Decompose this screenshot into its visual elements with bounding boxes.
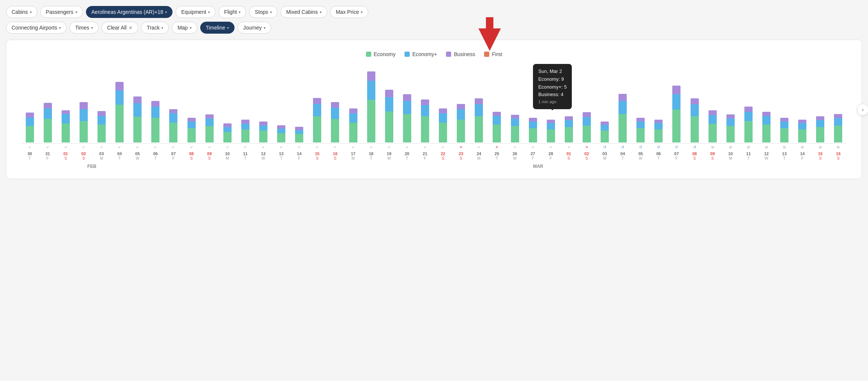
- business-segment: [601, 122, 609, 125]
- bar-col[interactable]: [129, 96, 146, 142]
- economy-segment: [709, 124, 717, 142]
- track-chevron-icon: ▾: [161, 26, 163, 30]
- economyp-segment: [403, 101, 411, 114]
- bar-col[interactable]: [165, 109, 182, 142]
- icon-col: ✓: [111, 145, 128, 149]
- bar-col[interactable]: [668, 86, 685, 142]
- bar-col[interactable]: [111, 82, 128, 142]
- date-icon: ✕: [495, 145, 498, 149]
- btn-equipment[interactable]: Equipment▾: [176, 6, 216, 18]
- bar-col[interactable]: [812, 116, 829, 142]
- bar-col[interactable]: [542, 120, 559, 142]
- bar-col[interactable]: [416, 99, 433, 142]
- btn-flight[interactable]: Flight▾: [218, 6, 246, 18]
- bar-col[interactable]: [363, 71, 379, 142]
- icons-row: ✓✓✓✓✓✓✓✓✓✓✓✓✓✓✓✓✓✓✓✓✓✓✓✓✕✓✕✓✓✓✓✕↺↺↺↺↺↺⊖⊖…: [21, 145, 847, 149]
- date-day: W: [261, 156, 265, 161]
- bar-col[interactable]: [93, 111, 110, 142]
- bar-col[interactable]: [399, 94, 415, 142]
- bar-col[interactable]: [273, 125, 290, 142]
- date-number: 13: [782, 151, 787, 156]
- business-segment: [780, 118, 788, 122]
- icon-col: ✓: [21, 145, 38, 149]
- date-col: 07F: [165, 151, 182, 161]
- btn-passengers[interactable]: Passengers▾: [40, 6, 83, 18]
- bar-col[interactable]: [309, 98, 326, 142]
- bar-col[interactable]: [345, 108, 362, 142]
- business-segment: [636, 118, 645, 122]
- bar-col[interactable]: [722, 114, 739, 142]
- date-day: F: [801, 156, 803, 161]
- bar-col[interactable]: [147, 101, 164, 142]
- bar-col[interactable]: [39, 103, 56, 142]
- bar-col[interactable]: [183, 118, 200, 142]
- bar-col[interactable]: [776, 118, 793, 142]
- bar-col[interactable]: [758, 112, 775, 142]
- bar-col[interactable]: [291, 127, 308, 142]
- business-segment: [691, 98, 699, 104]
- bar-col[interactable]: [255, 122, 272, 142]
- bar-col[interactable]: [237, 119, 254, 142]
- economyp-segment: [583, 117, 591, 126]
- bar-col[interactable]: [704, 110, 721, 142]
- bar-col[interactable]: [830, 114, 847, 142]
- icon-col: ↺: [632, 145, 649, 149]
- bar-col[interactable]: [614, 94, 631, 142]
- bar-col[interactable]: [471, 98, 487, 142]
- icon-col: ✓: [435, 145, 452, 149]
- icon-col: ✓: [309, 145, 326, 149]
- bar-col[interactable]: [794, 120, 811, 142]
- business-segment: [457, 104, 465, 109]
- economyp-segment: [636, 122, 645, 128]
- btn-track[interactable]: Track▾: [141, 22, 169, 34]
- btn-clear-all[interactable]: Clear All✕: [102, 22, 138, 34]
- btn-max-price[interactable]: Max Price▾: [330, 6, 368, 18]
- bar-col[interactable]: [327, 102, 344, 142]
- date-col: 15S: [309, 151, 326, 161]
- btn-connecting-airports[interactable]: Connecting Airports▾: [6, 22, 66, 34]
- nav-right-button[interactable]: ›: [857, 104, 868, 116]
- economyp-segment: [726, 119, 735, 126]
- bar-col[interactable]: [453, 104, 469, 142]
- date-number: 11: [746, 151, 751, 156]
- bar-col[interactable]: [650, 120, 667, 142]
- bar-col[interactable]: [57, 110, 74, 142]
- date-day: S: [711, 156, 714, 161]
- date-icon: ✓: [388, 145, 391, 149]
- bar-col[interactable]: [740, 107, 757, 142]
- bar-col[interactable]: [686, 98, 703, 142]
- btn-airlines[interactable]: Aerolineas Argentinas (AR)+18▾: [86, 6, 173, 18]
- bar-col[interactable]: [596, 122, 613, 142]
- economy-segment: [367, 100, 375, 142]
- btn-timeline[interactable]: Timeline▾: [200, 22, 235, 34]
- bar-col[interactable]: [489, 112, 505, 142]
- btn-stops[interactable]: Stops▾: [249, 6, 278, 18]
- toolbar: Cabins▾Passengers▾Aerolineas Argentinas …: [6, 6, 862, 34]
- bar-col[interactable]: [75, 102, 92, 142]
- date-number: 06: [656, 151, 661, 156]
- bar-col[interactable]: [560, 116, 577, 142]
- bar-col[interactable]: [632, 118, 649, 142]
- bar-col[interactable]: [201, 114, 218, 142]
- economy-segment: [565, 127, 573, 142]
- btn-mixed-cabins[interactable]: Mixed Cabins▾: [280, 6, 327, 18]
- icon-col: ✓: [183, 145, 200, 149]
- date-col: 01S: [560, 151, 577, 161]
- icon-col: ✓: [381, 145, 397, 149]
- btn-journey[interactable]: Journey▾: [238, 22, 271, 34]
- btn-map[interactable]: Map▾: [172, 22, 197, 34]
- bar-col[interactable]: [21, 113, 38, 142]
- bar-col[interactable]: [578, 112, 595, 142]
- bar-col[interactable]: [381, 90, 397, 142]
- bar-col[interactable]: [435, 108, 452, 142]
- date-day: F: [172, 156, 174, 161]
- economyp-segment: [762, 116, 771, 125]
- bar-col[interactable]: [219, 123, 236, 142]
- btn-times[interactable]: Times▾: [69, 22, 99, 34]
- date-number: 18: [369, 151, 373, 156]
- btn-cabins[interactable]: Cabins▾: [6, 6, 37, 18]
- clear-all-close-icon: ✕: [128, 25, 133, 31]
- date-day: S: [83, 156, 85, 161]
- bar-col[interactable]: [506, 114, 523, 142]
- bar-col[interactable]: [524, 118, 541, 142]
